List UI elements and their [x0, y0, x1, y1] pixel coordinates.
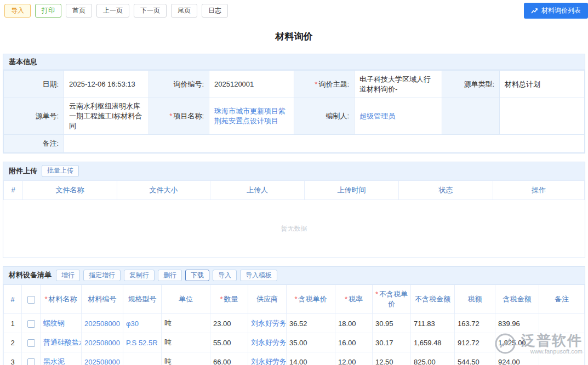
row-checkbox-cell	[22, 352, 41, 365]
project-label: *项目名称:	[149, 98, 209, 135]
supplier-link[interactable]: 刘永好劳务	[251, 338, 287, 346]
empty-state: 暂无数据	[3, 200, 585, 258]
materials-toolbar-button[interactable]: 指定增行	[83, 270, 121, 282]
cell-supplier: 刘永好劳务	[248, 314, 287, 333]
materials-toolbar: 增行指定增行复制行删行下载导入导入模板	[56, 270, 277, 282]
cell-price: 35.00	[287, 333, 335, 352]
cell-tax: 544.50	[455, 352, 495, 365]
attachments-header: 附件上传 批量上传	[3, 162, 585, 180]
materials-toolbar-button[interactable]: 下载	[185, 270, 209, 282]
cell-tax_rate: 16.00	[335, 333, 373, 352]
material-row: 1螺纹钢202508000φ30吨23.00刘永好劳务36.5218.0030.…	[4, 314, 585, 333]
cell-idx: 2	[4, 333, 22, 352]
cell-code: 202508000	[82, 352, 123, 365]
name-link[interactable]: 普通硅酸盐水泥	[43, 338, 82, 346]
date-value: 2025-12-06 16:53:13	[64, 71, 149, 98]
cell-tax: 163.72	[455, 314, 495, 333]
inquiry-no-value: 2025120001	[209, 71, 294, 98]
project-label-text: 项目名称:	[173, 112, 204, 120]
cell-price_ex: 12.50	[373, 352, 411, 365]
basic-info-section: 基本信息 日期: 2025-12-06 16:53:13 询价编号: 20251…	[3, 54, 585, 153]
required-mark: *	[345, 295, 347, 303]
inquiry-list-button[interactable]: 材料询价列表	[524, 3, 588, 19]
cell-code: 202508000	[82, 314, 123, 333]
cell-unit: 吨	[162, 333, 210, 352]
nav-button[interactable]: 首页	[66, 4, 92, 17]
import-button[interactable]: 导入	[4, 4, 31, 17]
author-link[interactable]: 超级管理员	[359, 112, 395, 120]
source-no-value: 云南水利枢纽潜明水库一期工程施工I标材料合同	[64, 98, 149, 135]
cell-qty: 23.00	[210, 314, 248, 333]
cell-tax: 912.72	[455, 333, 495, 352]
attachments-column-header: 上传时间	[305, 180, 399, 199]
nav-button[interactable]: 日志	[202, 4, 228, 17]
attachments-column-header: 文件名称	[23, 180, 117, 199]
materials-column-header: 规格型号	[123, 285, 162, 314]
required-mark: *	[315, 80, 317, 88]
source-no-label: 源单号:	[4, 98, 64, 135]
materials-toolbar-button[interactable]: 复制行	[124, 270, 155, 282]
nav-button[interactable]: 下一页	[134, 4, 167, 17]
materials-column-header: 备注	[539, 285, 585, 314]
attachments-column-header: 文件大小	[117, 180, 210, 199]
subject-value: 电子科技大学区域人行道材料询价-	[355, 71, 442, 98]
select-all-checkbox[interactable]	[27, 296, 35, 304]
top-toolbar: 导入 打印 首页上一页下一页尾页日志 材料询价列表	[0, 0, 588, 21]
spec-link[interactable]: P.S 52.5R	[126, 339, 158, 347]
row-checkbox-cell	[22, 333, 41, 352]
trend-icon	[531, 8, 538, 14]
code-link[interactable]: 202508000	[84, 358, 120, 365]
author-label: 编制人:	[294, 98, 355, 135]
cell-price: 36.52	[287, 314, 335, 333]
row-checkbox[interactable]	[27, 320, 35, 328]
source-type-value: 材料总计划	[500, 71, 585, 98]
cell-supplier: 刘永好劳务	[248, 352, 287, 365]
materials-column-header: 材料编号	[82, 285, 123, 314]
cell-unit: 吨	[162, 314, 210, 333]
watermark-url: www.fanpusoft.com	[521, 348, 583, 355]
print-button[interactable]: 打印	[35, 4, 61, 17]
project-link[interactable]: 珠海市城市更新项目紫荆苑安置点设计项目	[214, 107, 286, 125]
batch-upload-button[interactable]: 批量上传	[42, 165, 79, 177]
materials-toolbar-button[interactable]: 导入模板	[240, 270, 277, 282]
nav-button[interactable]: 上一页	[96, 4, 129, 17]
watermark-name: 泛普软件	[521, 333, 583, 349]
cell-spec: P.S 52.5R	[123, 333, 162, 352]
spec-link[interactable]: φ30	[126, 320, 139, 328]
materials-column-header: 单位	[162, 285, 210, 314]
materials-title: 材料设备清单	[9, 270, 52, 280]
code-link[interactable]: 202508000	[84, 339, 120, 347]
materials-column-header: *含税单价	[287, 285, 335, 314]
subject-label: *询价主题:	[294, 71, 355, 98]
remark-label: 备注:	[4, 135, 64, 153]
attachments-table: #文件名称文件大小上传人上传时间状态操作	[3, 180, 585, 200]
supplier-link[interactable]: 刘永好劳务	[251, 319, 287, 327]
nav-button[interactable]: 尾页	[171, 4, 197, 17]
row-checkbox[interactable]	[27, 358, 35, 365]
empty-label-cell	[442, 98, 500, 135]
supplier-link[interactable]: 刘永好劳务	[251, 357, 287, 365]
basic-info-row-1: 日期: 2025-12-06 16:53:13 询价编号: 2025120001…	[4, 71, 585, 98]
name-link[interactable]: 黑水泥	[43, 357, 65, 365]
attachments-section: 附件上传 批量上传 #文件名称文件大小上传人上传时间状态操作 暂无数据	[3, 162, 585, 258]
materials-toolbar-button[interactable]: 增行	[56, 270, 80, 282]
basic-info-table: 日期: 2025-12-06 16:53:13 询价编号: 2025120001…	[3, 70, 585, 153]
attachments-column-header: 状态	[399, 180, 493, 199]
select-all-cell	[22, 285, 41, 314]
row-checkbox[interactable]	[27, 339, 35, 347]
cell-spec: φ30	[123, 314, 162, 333]
name-link[interactable]: 螺纹钢	[43, 319, 65, 327]
subject-label-text: 询价主题:	[318, 80, 349, 88]
cell-supplier: 刘永好劳务	[248, 333, 287, 352]
cell-name: 普通硅酸盐水泥	[41, 333, 82, 352]
cell-idx: 1	[4, 314, 22, 333]
materials-toolbar-button[interactable]: 导入	[213, 270, 237, 282]
materials-toolbar-button[interactable]: 删行	[158, 270, 182, 282]
materials-column-header: *数量	[210, 285, 248, 314]
nav-buttons: 首页上一页下一页尾页日志	[66, 4, 228, 17]
code-link[interactable]: 202508000	[84, 320, 120, 328]
cell-amount_ex: 825.00	[411, 352, 455, 365]
required-mark: *	[375, 290, 378, 298]
materials-column-header: 不含税金额	[411, 285, 455, 314]
inquiry-no-label: 询价编号:	[149, 71, 209, 98]
